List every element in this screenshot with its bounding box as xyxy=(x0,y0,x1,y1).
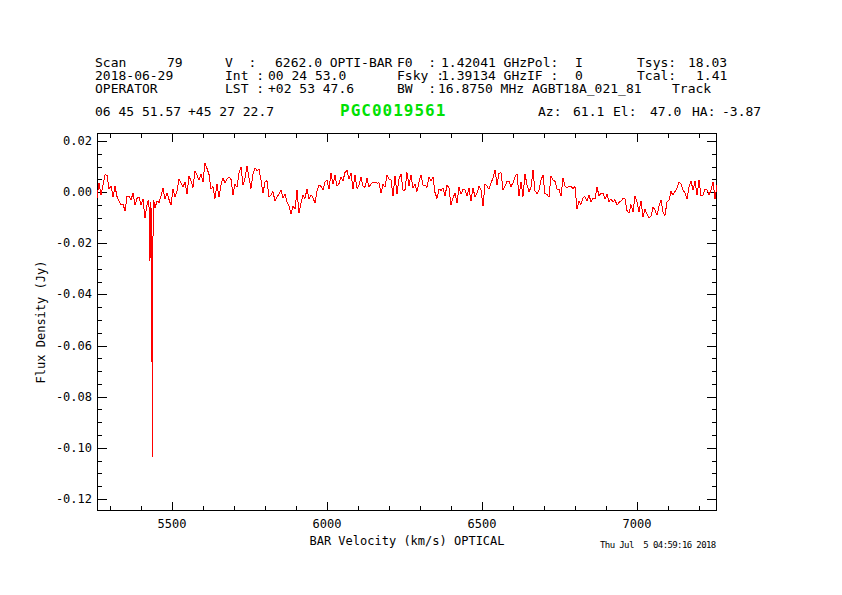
x-tick-label: 6000 xyxy=(297,518,357,530)
y-tick-label: -0.10 xyxy=(48,442,92,454)
bw-value: 16.8750 MHz xyxy=(438,82,524,95)
gbtidl-plotter-window: Scan79V :6262.0 OPTI-BARF0 :1.42041 GHzP… xyxy=(0,0,842,595)
lst-value: +02 53 47.6 xyxy=(268,82,354,95)
x-tick-label: 6500 xyxy=(452,518,512,530)
dec-value: +45 27 22.7 xyxy=(188,105,274,118)
y-tick-label: -0.02 xyxy=(48,237,92,249)
y-tick-label: 0.02 xyxy=(48,135,92,147)
plot-timestamp: Thu Jul 5 04:59:16 2018 xyxy=(600,541,716,550)
y-tick-label: -0.04 xyxy=(48,288,92,300)
x-tick-label: 5500 xyxy=(142,518,202,530)
y-tick-label: -0.06 xyxy=(48,340,92,352)
lst-label: LST : xyxy=(225,82,264,95)
az-value: 61.1 xyxy=(573,105,604,118)
y-tick-label: -0.12 xyxy=(48,493,92,505)
az-label: Az: xyxy=(538,105,561,118)
procedure-value: Track xyxy=(672,82,711,95)
y-tick-label: 0.00 xyxy=(48,186,92,198)
bw-label: BW : xyxy=(397,82,436,95)
plot-frame xyxy=(98,134,717,511)
observer-value: OPERATOR xyxy=(95,82,158,95)
tcal-label: Tcal: xyxy=(637,69,676,82)
y-tick-label: -0.08 xyxy=(48,391,92,403)
project-id: AGBT18A_021_81 xyxy=(532,82,642,95)
spectrum-plot xyxy=(97,133,717,511)
el-label: El: xyxy=(613,105,636,118)
x-tick-label: 7000 xyxy=(607,518,667,530)
el-value: 47.0 xyxy=(650,105,681,118)
spectrum-trace xyxy=(97,163,717,457)
ra-value: 06 45 51.57 xyxy=(95,105,181,118)
x-axis-title: BAR Velocity (km/s) OPTICAL xyxy=(309,535,504,547)
ha-value: -3.87 xyxy=(722,105,761,118)
source-name: PGC0019561 xyxy=(340,103,446,119)
ha-label: HA: xyxy=(692,105,715,118)
y-axis-title: Flux Density (Jy) xyxy=(35,261,47,384)
